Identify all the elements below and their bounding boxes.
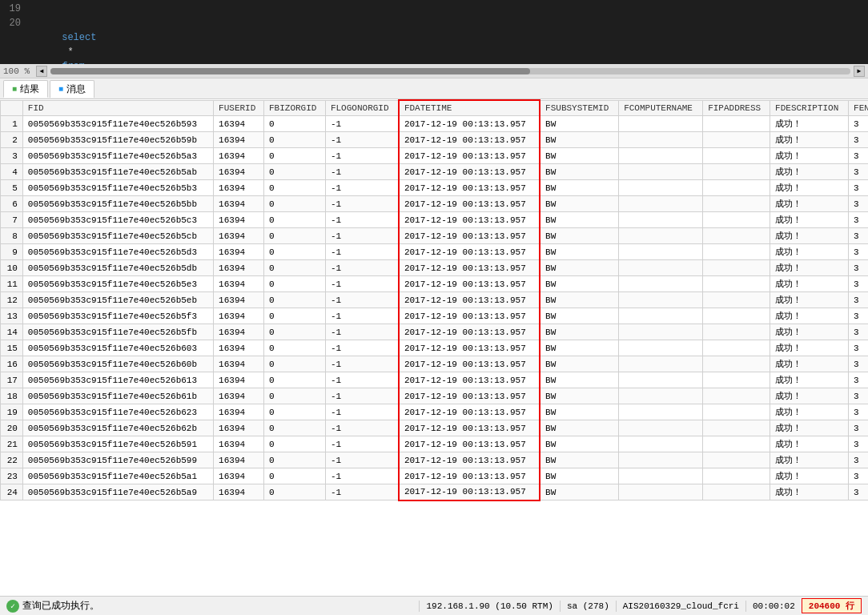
row-number: 4 — [1, 164, 23, 180]
col-header-fid[interactable]: FID — [22, 100, 213, 116]
row-number: 21 — [1, 436, 23, 452]
table-cell: -1 — [325, 340, 399, 356]
row-number: 14 — [1, 324, 23, 340]
table-cell: 0 — [263, 132, 325, 148]
table-cell: 3 — [849, 148, 868, 164]
table-cell: 3 — [849, 132, 868, 148]
table-cell — [703, 228, 770, 244]
table-cell: BW — [540, 308, 619, 324]
tab-results-label: 结果 — [20, 82, 39, 96]
table-cell: BW — [540, 404, 619, 420]
table-cell: BW — [540, 116, 619, 132]
table-cell: -1 — [325, 196, 399, 212]
scroll-right-btn[interactable]: ▶ — [854, 66, 865, 77]
scroll-left-btn[interactable]: ◀ — [36, 66, 47, 77]
sql-editor[interactable]: 19 20 select * from T_BAS_OPERATELOGbk w… — [0, 0, 868, 64]
table-cell: 0050569b353c915f11e7e40ec526b5f3 — [22, 308, 213, 324]
table-cell: 2017-12-19 00:13:13.957 — [399, 436, 540, 452]
col-header-fbizorgid[interactable]: FBIZORGID — [263, 100, 325, 116]
table-cell: 16394 — [214, 276, 264, 292]
table-cell: 成功！ — [770, 484, 849, 500]
table-cell: 16394 — [214, 452, 264, 468]
table-cell: 0 — [263, 484, 325, 500]
table-cell: -1 — [325, 468, 399, 484]
table-cell: 0 — [263, 244, 325, 260]
table-cell: -1 — [325, 116, 399, 132]
table-cell: 0050569b353c915f11e7e40ec526b5db — [22, 260, 213, 276]
tabs-bar: ■ 结果 ■ 消息 — [0, 78, 868, 99]
table-cell: 3 — [849, 260, 868, 276]
table-cell: 0 — [263, 452, 325, 468]
table-cell: 2017-12-19 00:13:13.957 — [399, 228, 540, 244]
table-cell: -1 — [325, 356, 399, 372]
tab-results[interactable]: ■ 结果 — [3, 80, 48, 98]
table-cell — [619, 164, 703, 180]
table-cell: BW — [540, 212, 619, 228]
results-table-container[interactable]: FID FUSERID FBIZORGID FLOGONORGID FDATET… — [0, 99, 868, 596]
col-header-fipaddress[interactable]: FIPADDRESS — [703, 100, 770, 116]
table-cell: 成功！ — [770, 164, 849, 180]
horizontal-scrollbar[interactable]: 100 % ◀ ▶ — [0, 64, 868, 78]
table-cell — [619, 372, 703, 388]
table-cell: 0 — [263, 436, 325, 452]
table-cell — [703, 420, 770, 436]
col-header-fuserid[interactable]: FUSERID — [214, 100, 264, 116]
table-cell: 成功！ — [770, 388, 849, 404]
table-cell: 3 — [849, 340, 868, 356]
table-cell: 成功！ — [770, 148, 849, 164]
table-cell: -1 — [325, 324, 399, 340]
table-cell: 3 — [849, 292, 868, 308]
table-cell: BW — [540, 260, 619, 276]
table-cell: 16394 — [214, 244, 264, 260]
table-row: 50050569b353c915f11e7e40ec526b5b3163940-… — [1, 180, 869, 196]
col-header-fenvironment[interactable]: FENVIRONMENT — [849, 100, 868, 116]
table-cell: 16394 — [214, 356, 264, 372]
table-row: 180050569b353c915f11e7e40ec526b61b163940… — [1, 388, 869, 404]
row-number: 23 — [1, 468, 23, 484]
table-cell: BW — [540, 148, 619, 164]
scroll-track[interactable] — [50, 68, 850, 74]
table-cell: 16394 — [214, 196, 264, 212]
table-cell: -1 — [325, 180, 399, 196]
results-table: FID FUSERID FBIZORGID FLOGONORGID FDATET… — [0, 99, 868, 501]
table-cell: BW — [540, 484, 619, 500]
row-number: 1 — [1, 116, 23, 132]
table-cell: 0050569b353c915f11e7e40ec526b5bb — [22, 196, 213, 212]
table-row: 160050569b353c915f11e7e40ec526b60b163940… — [1, 356, 869, 372]
table-cell: BW — [540, 340, 619, 356]
table-cell: BW — [540, 180, 619, 196]
table-cell: -1 — [325, 148, 399, 164]
table-cell: 16394 — [214, 324, 264, 340]
table-cell: 0 — [263, 228, 325, 244]
table-cell — [619, 228, 703, 244]
col-header-fdatetime[interactable]: FDATETIME — [399, 100, 540, 116]
table-row: 140050569b353c915f11e7e40ec526b5fb163940… — [1, 324, 869, 340]
row-number: 9 — [1, 244, 23, 260]
table-cell: 2017-12-19 00:13:13.957 — [399, 116, 540, 132]
table-cell — [703, 372, 770, 388]
table-cell: 成功！ — [770, 468, 849, 484]
table-cell: 3 — [849, 244, 868, 260]
table-cell: 0 — [263, 420, 325, 436]
row-number: 2 — [1, 132, 23, 148]
table-cell: 2017-12-19 00:13:13.957 — [399, 356, 540, 372]
table-row: 110050569b353c915f11e7e40ec526b5e3163940… — [1, 276, 869, 292]
table-cell: 成功！ — [770, 420, 849, 436]
table-cell: 成功！ — [770, 308, 849, 324]
table-cell: 0050569b353c915f11e7e40ec526b599 — [22, 452, 213, 468]
table-cell: 0050569b353c915f11e7e40ec526b5a3 — [22, 148, 213, 164]
col-header-flogonorgid[interactable]: FLOGONORGID — [325, 100, 399, 116]
table-cell — [703, 388, 770, 404]
table-cell — [703, 260, 770, 276]
tab-messages[interactable]: ■ 消息 — [50, 80, 94, 98]
table-cell — [619, 292, 703, 308]
col-header-rownum — [1, 100, 23, 116]
col-header-fdescription[interactable]: FDESCRIPTION — [770, 100, 849, 116]
col-header-fcomputername[interactable]: FCOMPUTERNAME — [619, 100, 703, 116]
table-cell — [703, 196, 770, 212]
table-cell — [619, 276, 703, 292]
table-cell — [703, 356, 770, 372]
table-cell: -1 — [325, 260, 399, 276]
col-header-fsubsystemid[interactable]: FSUBSYSTEMID — [540, 100, 619, 116]
table-row: 150050569b353c915f11e7e40ec526b603163940… — [1, 340, 869, 356]
